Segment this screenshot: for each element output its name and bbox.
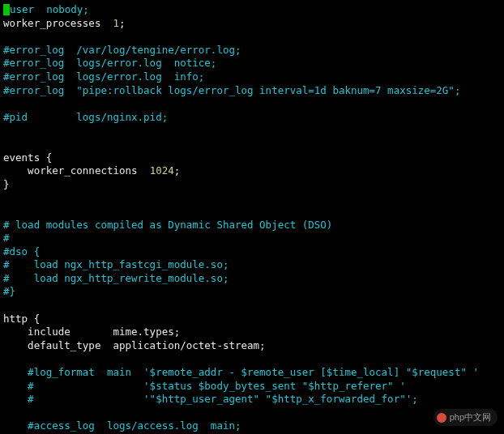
code-segment: #dso { [3, 245, 40, 257]
code-line: } [3, 178, 10, 190]
code-line: #dso { [3, 245, 40, 257]
code-line: events { [3, 151, 52, 164]
code-segment: http { [3, 313, 40, 325]
terminal-output: user nobody; worker_processes 1; #error_… [0, 0, 504, 434]
code-line: #pid logs/nginx.pid; [3, 111, 168, 123]
code-segment: # '"$http_user_agent" "$http_x_forwarded… [3, 393, 418, 405]
code-segment: worker_processes [3, 17, 113, 29]
code-segment: ; [119, 17, 126, 29]
code-line: # '"$http_user_agent" "$http_x_forwarded… [3, 393, 418, 405]
code-line: #error_log logs/error.log info; [3, 70, 204, 83]
code-segment: # load ngx_http_fastcgi_module.so; [3, 258, 229, 270]
code-segment: #log_format main '$remote_addr - $remote… [3, 366, 479, 378]
code-segment: events { [3, 151, 52, 164]
code-segment: #error_log "pipe:rollback logs/error_log… [3, 84, 460, 96]
code-segment: 1 [113, 17, 119, 29]
code-line: #error_log /var/log/tengine/error.log; [3, 44, 241, 56]
code-segment: #} [3, 285, 15, 297]
cursor [3, 4, 10, 15]
code-line: http { [3, 313, 40, 325]
code-line: worker_processes 1; [3, 17, 126, 29]
code-segment: # load ngx_http_rewrite_module.so; [3, 272, 229, 284]
code-line: user nobody; [3, 3, 89, 15]
code-line: #log_format main '$remote_addr - $remote… [3, 366, 479, 378]
code-segment: #error_log logs/error.log info; [3, 70, 204, 83]
watermark-badge: php中文网 [434, 409, 498, 426]
code-line: default_type application/octet-stream; [3, 339, 266, 351]
code-segment: ; [174, 164, 181, 177]
code-line: # [3, 232, 10, 244]
code-line: # '$status $body_bytes_sent "$http_refer… [3, 380, 406, 392]
code-segment: default_type application/octet-stream; [3, 339, 266, 351]
code-segment: #error_log /var/log/tengine/error.log; [3, 44, 241, 56]
code-segment: include mime.types; [3, 326, 180, 338]
code-line: # load ngx_http_fastcgi_module.so; [3, 258, 229, 270]
code-line: #access_log logs/access.log main; [3, 419, 241, 432]
code-line: #error_log "pipe:rollback logs/error_log… [3, 84, 460, 96]
code-segment: #pid logs/nginx.pid; [3, 111, 168, 123]
code-segment: # load modules compiled as Dynamic Share… [3, 219, 332, 231]
code-segment: worker_connections [3, 164, 150, 177]
code-line: #error_log logs/error.log notice; [3, 57, 216, 69]
code-segment: #error_log logs/error.log notice; [3, 57, 216, 69]
code-line: #} [3, 285, 15, 297]
code-segment: user nobody; [10, 3, 89, 15]
code-line: worker_connections 1024; [3, 164, 180, 177]
code-segment: 1024 [150, 164, 174, 177]
code-line: # load modules compiled as Dynamic Share… [3, 219, 332, 231]
code-segment: # [3, 232, 10, 244]
code-segment: } [3, 178, 10, 190]
code-segment: # '$status $body_bytes_sent "$http_refer… [3, 380, 406, 392]
code-segment: #access_log logs/access.log main; [3, 419, 241, 432]
watermark-text: php中文网 [450, 412, 491, 422]
code-line: # load ngx_http_rewrite_module.so; [3, 272, 229, 284]
code-line: include mime.types; [3, 326, 180, 338]
